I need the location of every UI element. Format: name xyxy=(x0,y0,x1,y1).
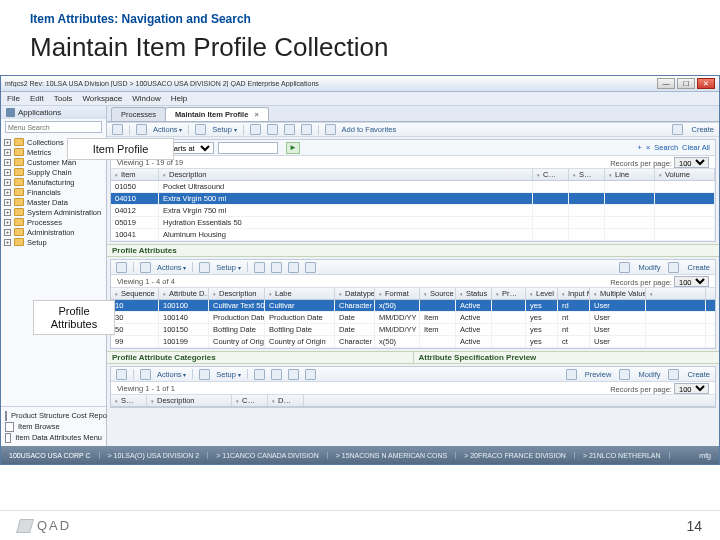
nav-last-icon[interactable] xyxy=(305,369,316,380)
eye-icon[interactable] xyxy=(566,369,577,380)
table-row[interactable]: 05019Hydration Essentials 50 xyxy=(111,217,715,229)
tab-maintain-item-profile[interactable]: Maintain Item Profile× xyxy=(165,107,269,121)
nav-next-icon[interactable] xyxy=(288,369,299,380)
actions-menu[interactable]: Actions xyxy=(157,263,186,272)
nav-first-icon[interactable] xyxy=(254,262,265,273)
wrench-icon[interactable] xyxy=(199,369,210,380)
table-row[interactable]: 04010Extra Virgin 500 ml xyxy=(111,193,715,205)
table-row[interactable]: 10100100Cultivar Text 50CultivarCharacte… xyxy=(111,300,715,312)
nav-prev-icon[interactable] xyxy=(271,262,282,273)
actions-menu[interactable]: Actions xyxy=(157,370,186,379)
grid-icon[interactable] xyxy=(112,124,123,135)
col-desc[interactable]: Description xyxy=(159,169,533,180)
tree-item[interactable]: +Manufacturing xyxy=(4,177,103,187)
plus-icon[interactable] xyxy=(668,369,679,380)
table-row[interactable]: 01050Pocket Ultrasound xyxy=(111,181,715,193)
remove-filter[interactable]: × xyxy=(646,143,650,152)
tree-item[interactable]: +Financials xyxy=(4,187,103,197)
categories-pane: Actions Setup Preview Modify Create View… xyxy=(110,366,716,408)
setup-menu[interactable]: Setup xyxy=(216,263,240,272)
breadcrumb-chip[interactable]: > 11CANCO CANADA DIVISION xyxy=(208,452,328,459)
col-vol[interactable]: Volume xyxy=(655,169,715,180)
breadcrumb-chip[interactable]: 100USACO USA CORP C xyxy=(1,452,100,459)
pa-toolbar: Actions Setup Modify Create xyxy=(111,260,715,275)
modify-link[interactable]: Modify xyxy=(638,370,660,379)
bolt-icon[interactable] xyxy=(140,369,151,380)
tree-item[interactable]: +Administration xyxy=(4,227,103,237)
tab-processes[interactable]: Processes xyxy=(111,107,166,121)
link-item[interactable]: Item Data Attributes Menu xyxy=(5,432,102,443)
table-row[interactable]: 04012Extra Virgin 750 ml xyxy=(111,205,715,217)
tree-item[interactable]: +Setup xyxy=(4,237,103,247)
pencil-icon[interactable] xyxy=(619,369,630,380)
col-c[interactable]: C… xyxy=(533,169,569,180)
bolt-icon[interactable] xyxy=(136,124,147,135)
breadcrumb-chip[interactable]: > 21NLCO NETHERLAN xyxy=(575,452,670,459)
breadcrumb-chip[interactable]: > 20FRACO FRANCE DIVISION xyxy=(456,452,575,459)
nav-next-icon[interactable] xyxy=(288,262,299,273)
table-row[interactable]: 30100140Production DateProduction DateDa… xyxy=(111,312,715,324)
actions-menu[interactable]: Actions xyxy=(153,125,182,134)
menu-workspace[interactable]: Workspace xyxy=(82,94,122,103)
col-s[interactable]: S… xyxy=(569,169,605,180)
wrench-icon[interactable] xyxy=(195,124,206,135)
filter-value-input[interactable] xyxy=(218,142,278,154)
grid-icon[interactable] xyxy=(116,262,127,273)
preview-link[interactable]: Preview xyxy=(585,370,612,379)
tree-item[interactable]: +Supply Chain xyxy=(4,167,103,177)
nav-first-icon[interactable] xyxy=(254,369,265,380)
create-link[interactable]: Create xyxy=(691,125,714,134)
table-row[interactable]: 10041Aluminum Housing xyxy=(111,229,715,241)
breadcrumb-chip[interactable]: > 15NACONS N AMERICAN CONS xyxy=(328,452,456,459)
grid-icon[interactable] xyxy=(116,369,127,380)
add-filter[interactable]: + xyxy=(638,143,642,152)
filter-row: Item starts at ► + × Search Clear All xyxy=(111,140,715,156)
star-icon[interactable] xyxy=(325,124,336,135)
go-button[interactable]: ► xyxy=(286,142,300,154)
tree-item[interactable]: +Processes xyxy=(4,217,103,227)
create-link[interactable]: Create xyxy=(687,263,710,272)
modify-link[interactable]: Modify xyxy=(638,263,660,272)
tree-item[interactable]: +System Administration xyxy=(4,207,103,217)
link-item[interactable]: Product Structure Cost Report xyxy=(5,410,102,421)
wrench-icon[interactable] xyxy=(199,262,210,273)
breadcrumb-chip[interactable]: > 10LSA(O) USA DIVISION 2 xyxy=(100,452,209,459)
link-item[interactable]: Item Browse xyxy=(5,421,102,432)
minimize-button[interactable]: — xyxy=(657,78,675,89)
menu-help[interactable]: Help xyxy=(171,94,187,103)
rpp-select[interactable]: 100 xyxy=(674,157,709,168)
nav-prev-icon[interactable] xyxy=(271,369,282,380)
nav-last-icon[interactable] xyxy=(301,124,312,135)
tab-close-icon[interactable]: × xyxy=(254,110,258,119)
nav-last-icon[interactable] xyxy=(305,262,316,273)
table-row[interactable]: 50100150Bottling DateBottling DateDateMM… xyxy=(111,324,715,336)
rpp-select[interactable]: 100 xyxy=(674,383,709,394)
nav-prev-icon[interactable] xyxy=(267,124,278,135)
menu-search-input[interactable] xyxy=(5,121,102,133)
slide-title: Maintain Item Profile Collection xyxy=(30,32,690,63)
menu-file[interactable]: File xyxy=(7,94,20,103)
menu-tools[interactable]: Tools xyxy=(54,94,73,103)
setup-menu[interactable]: Setup xyxy=(216,370,240,379)
plus-icon[interactable] xyxy=(672,124,683,135)
create-link[interactable]: Create xyxy=(687,370,710,379)
page-icon xyxy=(5,422,14,432)
maximize-button[interactable]: ☐ xyxy=(677,78,695,89)
col-line[interactable]: Line xyxy=(605,169,655,180)
clear-all-link[interactable]: Clear All xyxy=(682,143,710,152)
add-favorites[interactable]: Add to Favorites xyxy=(342,125,397,134)
setup-menu[interactable]: Setup xyxy=(212,125,236,134)
menu-edit[interactable]: Edit xyxy=(30,94,44,103)
col-item[interactable]: Item xyxy=(111,169,159,180)
search-link[interactable]: Search xyxy=(654,143,678,152)
tree-item[interactable]: +Master Data xyxy=(4,197,103,207)
nav-next-icon[interactable] xyxy=(284,124,295,135)
bolt-icon[interactable] xyxy=(140,262,151,273)
menu-window[interactable]: Window xyxy=(132,94,160,103)
rpp-select[interactable]: 100 xyxy=(674,276,709,287)
plus-icon[interactable] xyxy=(668,262,679,273)
nav-first-icon[interactable] xyxy=(250,124,261,135)
pencil-icon[interactable] xyxy=(619,262,630,273)
table-row[interactable]: 99100199Country of Origin Text50Country … xyxy=(111,336,715,348)
close-button[interactable]: ✕ xyxy=(697,78,715,89)
